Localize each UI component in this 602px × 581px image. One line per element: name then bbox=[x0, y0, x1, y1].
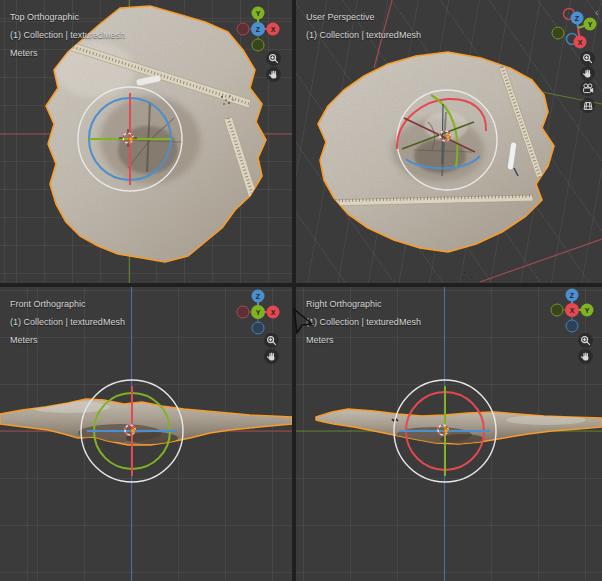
pan-hand-icon bbox=[266, 351, 277, 362]
pan-button[interactable] bbox=[264, 349, 279, 364]
zoom-icon bbox=[268, 53, 279, 64]
svg-text:Y: Y bbox=[256, 309, 261, 316]
zoom-icon bbox=[582, 53, 593, 64]
x-axis-line bbox=[374, 0, 392, 68]
pan-hand-icon bbox=[582, 68, 593, 79]
svg-text:X: X bbox=[271, 309, 276, 316]
svg-text:Z: Z bbox=[570, 292, 575, 299]
neg-y-axis-ball bbox=[551, 304, 563, 316]
zoom-icon bbox=[580, 335, 591, 346]
blender-quad-view: Top Orthographic (1) Collection | textur… bbox=[0, 0, 602, 581]
neg-y-axis-ball bbox=[252, 39, 264, 51]
neg-z-axis-ball bbox=[566, 320, 578, 332]
perspective-toggle-button[interactable] bbox=[580, 98, 595, 113]
svg-text:X: X bbox=[578, 39, 583, 46]
neg-y-axis-ball bbox=[552, 27, 564, 39]
zoom-button[interactable] bbox=[264, 333, 279, 348]
pan-button[interactable] bbox=[266, 67, 281, 82]
svg-text:Z: Z bbox=[256, 293, 261, 300]
svg-text:Y: Y bbox=[588, 21, 593, 28]
sidebar-toggle-arrow[interactable]: ‹ bbox=[595, 8, 598, 18]
camera-view-button[interactable] bbox=[580, 81, 595, 96]
viewport-user-perspective[interactable]: User Perspective (1) Collection | textur… bbox=[296, 0, 602, 283]
svg-text:Y: Y bbox=[256, 10, 261, 17]
pan-hand-icon bbox=[268, 69, 279, 80]
textured-mesh-front-view[interactable] bbox=[0, 392, 292, 452]
neg-z-axis-ball bbox=[252, 322, 264, 334]
textured-mesh-perspective[interactable] bbox=[316, 50, 556, 260]
object-origin bbox=[444, 429, 448, 433]
x-axis-line-far bbox=[480, 239, 602, 282]
navigation-gizmo[interactable]: Z Y X bbox=[547, 287, 597, 335]
zoom-button[interactable] bbox=[578, 333, 593, 348]
navigation-gizmo[interactable]: Y X Z bbox=[233, 4, 283, 54]
zoom-button[interactable] bbox=[580, 51, 595, 66]
navigation-gizmo[interactable]: Z Y X bbox=[548, 0, 600, 52]
navigation-gizmo[interactable]: Z X Y bbox=[233, 287, 283, 337]
textured-mesh-right-view[interactable] bbox=[310, 397, 602, 453]
object-origin bbox=[446, 135, 450, 139]
perspective-toggle-icon bbox=[582, 100, 594, 111]
svg-text:Y: Y bbox=[585, 307, 590, 314]
svg-text:Z: Z bbox=[575, 15, 580, 22]
svg-text:X: X bbox=[271, 26, 276, 33]
object-origin bbox=[131, 429, 135, 433]
viewport-right-orthographic[interactable]: Right Orthographic (1) Collection | text… bbox=[296, 287, 602, 581]
object-origin bbox=[129, 137, 133, 141]
neg-x-axis-ball bbox=[237, 23, 249, 35]
viewport-front-orthographic[interactable]: Front Orthographic (1) Collection | text… bbox=[0, 287, 292, 581]
svg-text:X: X bbox=[570, 307, 575, 314]
pan-button[interactable] bbox=[580, 66, 595, 81]
zoom-icon bbox=[266, 335, 277, 346]
zoom-button[interactable] bbox=[266, 51, 281, 66]
camera-view-icon bbox=[582, 83, 594, 94]
pan-button[interactable] bbox=[578, 349, 593, 364]
svg-text:Z: Z bbox=[256, 26, 261, 33]
speckle-cluster bbox=[461, 271, 473, 280]
pan-hand-icon bbox=[580, 351, 591, 362]
neg-x-axis-ball bbox=[237, 306, 249, 318]
viewport-top-orthographic[interactable]: Top Orthographic (1) Collection | textur… bbox=[0, 0, 292, 283]
